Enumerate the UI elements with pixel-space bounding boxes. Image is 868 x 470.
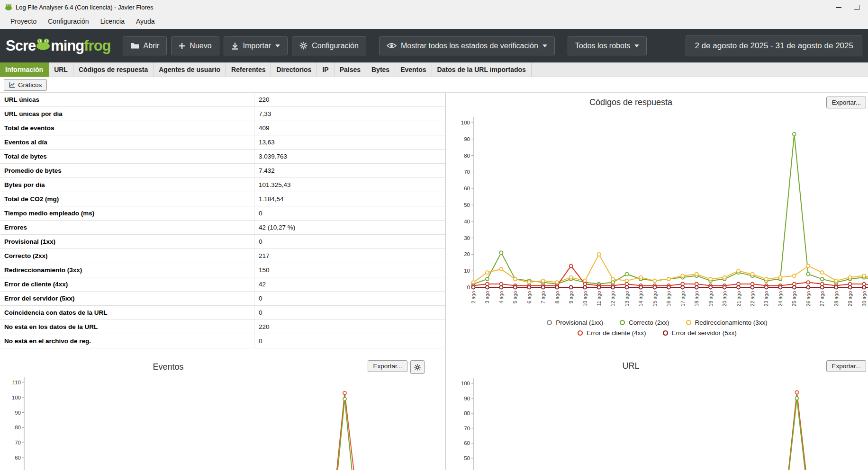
tab-codigos-de-respuesta[interactable]: Códigos de respuesta [73, 62, 154, 77]
export-eventos-button[interactable]: Exportar... [368, 360, 407, 372]
minimize-button[interactable] [836, 7, 841, 8]
svg-text:60: 60 [464, 186, 470, 191]
date-range-picker[interactable]: 2 de agosto de 2025 - 31 de agosto de 20… [686, 35, 862, 56]
app-window: Log File Analyser 6.4 (Con licencia) - J… [0, 0, 868, 470]
summary-label: Total de eventos [0, 121, 254, 135]
svg-text:70: 70 [464, 169, 470, 175]
svg-text:24 ago: 24 ago [778, 291, 783, 306]
summary-label: URL únicas por día [0, 107, 254, 121]
maximize-button[interactable] [854, 5, 859, 10]
svg-text:19 ago: 19 ago [708, 291, 714, 306]
summary-value: 1.184,54 [254, 192, 284, 206]
gear-icon [299, 42, 307, 50]
window-title: Log File Analyser 6.4 (Con licencia) - J… [16, 4, 153, 11]
svg-text:3 ago: 3 ago [484, 291, 490, 303]
summary-row-promedio-de-bytes: Promedio de bytes7.432 [0, 164, 445, 178]
tab-informacion[interactable]: Información [0, 62, 49, 77]
svg-text:6 ago: 6 ago [526, 291, 532, 303]
svg-text:21 ago: 21 ago [736, 291, 741, 306]
svg-text:30: 30 [464, 235, 470, 241]
summary-label: No está en el archivo de reg. [0, 334, 254, 348]
summary-row-no-esta-en-el-archivo-de-reg: No está en el archivo de reg.0 [0, 334, 445, 348]
legend-label: Error del servidor (5xx) [672, 329, 737, 337]
summary-label: No está en los datos de la URL [0, 320, 254, 334]
chevron-down-icon [542, 44, 547, 47]
gear-icon [414, 364, 421, 371]
svg-text:60: 60 [464, 440, 470, 446]
logo-text-ming: ming [51, 37, 84, 54]
summary-label: Promedio de bytes [0, 164, 254, 177]
legend-label: Correcto (2xx) [629, 319, 669, 326]
summary-value: 150 [254, 263, 270, 277]
summary-value: 101.325,43 [254, 178, 291, 192]
export-url-button[interactable]: Exportar... [826, 360, 866, 372]
summary-row-total-de-co2-mg: Total de CO2 (mg)1.184,54 [0, 192, 445, 206]
url-panel: 5060708090100 URL Exportar... [446, 356, 868, 470]
response-legend: Provisional (1xx)Correcto (2xx)Redirecci… [446, 319, 868, 340]
svg-text:12 ago: 12 ago [610, 291, 615, 306]
legend-item-correcto-2xx: Correcto (2xx) [619, 319, 669, 326]
svg-text:13 ago: 13 ago [624, 291, 630, 306]
svg-text:29 ago: 29 ago [847, 291, 853, 306]
summary-row-error-del-servidor-5xx: Error del servidor (5xx)0 [0, 292, 445, 306]
export-response-codes-button[interactable]: Exportar... [826, 97, 866, 108]
logo-text-frog: frog [84, 37, 110, 54]
svg-text:5 ago: 5 ago [512, 291, 518, 303]
legend-marker-icon [577, 330, 583, 336]
summary-row-eventos-al-dia: Eventos al día13,63 [0, 135, 445, 150]
menu-item-configuracion[interactable]: Configuración [42, 14, 94, 29]
legend-row: Provisional (1xx)Correcto (2xx)Redirecci… [446, 319, 868, 326]
svg-text:22 ago: 22 ago [750, 291, 755, 306]
svg-text:4 ago: 4 ago [498, 291, 504, 303]
summary-row-errores: Errores42 (10,27 %) [0, 221, 445, 235]
summary-value: 42 [254, 277, 266, 291]
graficos-button[interactable]: Gráficos [4, 79, 47, 91]
tab-bytes[interactable]: Bytes [366, 62, 395, 77]
open-button[interactable]: Abrir [123, 36, 167, 55]
eventos-panel: 5060708090100110 Eventos Exportar... [0, 356, 446, 470]
new-button[interactable]: Nuevo [171, 36, 219, 55]
legend-item-redireccionamiento-3xx: Redireccionamiento (3xx) [686, 319, 768, 326]
summary-label: Correcto (2xx) [0, 249, 254, 263]
app-frog-icon [5, 3, 12, 11]
summary-label: Coincidencia con datos de la URL [0, 306, 254, 319]
svg-text:23 ago: 23 ago [763, 291, 769, 306]
legend-marker-icon [546, 319, 552, 326]
tab-referentes[interactable]: Referentes [226, 62, 271, 77]
tab-ip[interactable]: IP [317, 62, 334, 77]
menu-item-ayuda[interactable]: Ayuda [130, 14, 160, 29]
eventos-settings-button[interactable] [410, 360, 425, 374]
tab-url[interactable]: URL [49, 62, 73, 77]
svg-text:70: 70 [464, 426, 470, 431]
settings-button[interactable]: Configuración [292, 36, 366, 55]
menu-bar: ProyectoConfiguraciónLicenciaAyuda [0, 14, 868, 29]
svg-text:10: 10 [464, 268, 470, 274]
legend-row: Error de cliente (4xx)Error del servidor… [446, 329, 868, 337]
summary-table: URL únicas220URL únicas por día7,33Total… [0, 93, 446, 356]
svg-text:80: 80 [464, 153, 470, 159]
summary-value: 3.039.763 [254, 150, 287, 163]
summary-label: URL únicas [0, 93, 254, 106]
svg-text:8 ago: 8 ago [554, 291, 560, 303]
tab-bar: InformaciónURLCódigos de respuestaAgente… [0, 62, 868, 77]
menu-item-proyecto[interactable]: Proyecto [5, 14, 42, 29]
tab-directorios[interactable]: Directorios [271, 62, 317, 77]
import-button[interactable]: Importar [224, 36, 288, 55]
response-codes-chart: 01020304050607080901002 ago3 ago4 ago5 a… [446, 93, 868, 319]
verification-filter-dropdown[interactable]: Mostrar todos los estados de verificació… [379, 36, 555, 55]
svg-text:9 ago: 9 ago [568, 291, 574, 303]
robots-filter-dropdown[interactable]: Todos los robots [568, 36, 647, 55]
tab-eventos[interactable]: Eventos [395, 62, 432, 77]
import-download-icon [231, 42, 239, 50]
url-chart: 5060708090100 [446, 356, 868, 470]
sub-toolbar: Gráficos [0, 77, 868, 93]
svg-text:50: 50 [464, 455, 470, 461]
legend-label: Provisional (1xx) [556, 319, 603, 326]
tab-datos-de-la-url-importados[interactable]: Datos de la URL importados [432, 62, 532, 77]
menu-item-licencia[interactable]: Licencia [95, 14, 130, 29]
frog-face-icon [36, 38, 50, 50]
svg-text:0: 0 [467, 284, 470, 290]
tab-paises[interactable]: Países [335, 62, 366, 77]
summary-row-total-de-bytes: Total de bytes3.039.763 [0, 150, 445, 164]
tab-agentes-de-usuario[interactable]: Agentes de usuario [154, 62, 226, 77]
